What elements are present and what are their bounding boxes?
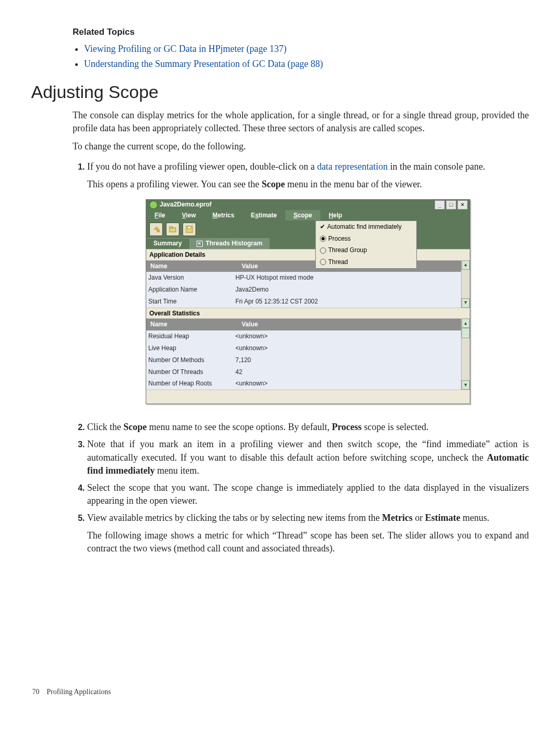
table-row: Live Heap<unknown>: [146, 342, 461, 354]
scope-dropdown: ✔Automatic find immediately Process Thre…: [315, 220, 417, 269]
related-topic-link-1: Viewing Profiling or GC Data in HPjmeter…: [84, 42, 529, 57]
toolbar: [146, 220, 470, 238]
scroll-down-icon[interactable]: ▼: [461, 298, 470, 308]
section-application-details: Application Details: [146, 249, 470, 260]
open-file-icon[interactable]: [166, 223, 179, 236]
scope-item-thread[interactable]: Thread: [316, 256, 416, 268]
menu-metrics[interactable]: Metrics: [204, 210, 243, 220]
scroll-down-icon[interactable]: ▼: [461, 380, 470, 390]
col-header-value: Value: [237, 260, 262, 272]
grid-header: Name Value: [146, 319, 461, 330]
application-details-grid: Java VersionHP-UX Hotspot mixed mode App…: [146, 272, 461, 307]
profiling-viewer-window: Java2Demo.eprof _ □ × File View Metrics: [146, 199, 470, 405]
step-1: If you do not have a profiling viewer op…: [87, 158, 529, 419]
scroll-up-icon[interactable]: ▲: [461, 260, 470, 270]
related-topic-link-2: Understanding the Summary Presentation o…: [84, 57, 529, 72]
page-footer: 70 Profiling Applications: [32, 687, 529, 697]
radio-selected-icon: [320, 236, 326, 242]
scrollbar-overall[interactable]: ▲ ▼: [461, 319, 470, 390]
step-1-sub: This opens a profiling viewer. You can s…: [87, 178, 529, 191]
menu-scope[interactable]: Scope: [285, 210, 320, 220]
col-header-value: Value: [237, 319, 262, 330]
step-3: Note that if you mark an item in a profi…: [87, 436, 529, 479]
step-2: Click the Scope menu name to see the sco…: [87, 419, 529, 436]
step-4: Select the scope that you want. The scop…: [87, 479, 529, 509]
svg-rect-3: [188, 226, 191, 229]
scroll-up-icon[interactable]: ▲: [461, 319, 470, 328]
col-header-name: Name: [146, 319, 237, 330]
table-row: Java VersionHP-UX Hotspot mixed mode: [146, 272, 461, 284]
table-row: Number Of Threads42: [146, 366, 461, 378]
overall-statistics-grid: Residual Heap<unknown> Live Heap<unknown…: [146, 330, 461, 390]
close-button[interactable]: ×: [457, 200, 468, 210]
minimize-button[interactable]: _: [435, 200, 445, 210]
link-viewing-profiling[interactable]: Viewing Profiling or GC Data in HPjmeter…: [84, 44, 287, 54]
scroll-thumb[interactable]: [461, 328, 470, 338]
status-bar: [146, 390, 470, 404]
scope-item-process[interactable]: Process: [316, 233, 416, 245]
step-5-sub: The following image shows a metric for w…: [87, 529, 529, 555]
scrollbar-app-details[interactable]: ▲ ▼: [461, 260, 470, 308]
intro-paragraph-1: The console can display metrics for the …: [73, 109, 529, 135]
col-header-name: Name: [146, 260, 237, 272]
checkmark-icon: ✔: [320, 223, 327, 231]
app-icon: [149, 201, 158, 209]
related-topics-list: Viewing Profiling or GC Data in HPjmeter…: [84, 42, 529, 72]
menu-help[interactable]: Help: [320, 210, 351, 220]
page-number: 70: [32, 688, 39, 696]
tab-summary[interactable]: Summary: [146, 238, 189, 249]
tab-threads-histogram[interactable]: ✕Threads Histogram: [189, 238, 270, 249]
radio-icon: [320, 259, 326, 265]
radio-icon: [320, 247, 326, 254]
window-titlebar[interactable]: Java2Demo.eprof _ □ ×: [146, 200, 470, 210]
menu-estimate[interactable]: Estimate: [243, 210, 285, 220]
table-row: Number of Heap Roots<unknown>: [146, 378, 461, 390]
link-data-representation[interactable]: data representation: [317, 161, 387, 172]
section-overall-statistics: Overall Statistics: [146, 308, 470, 319]
menu-file[interactable]: File: [146, 210, 174, 220]
back-icon[interactable]: [149, 223, 163, 236]
step-5: View available metrics by clicking the t…: [87, 509, 529, 562]
menu-view[interactable]: View: [174, 210, 204, 220]
tabs: Summary ✕Threads Histogram: [146, 238, 470, 249]
intro-paragraph-2: To change the current scope, do the foll…: [73, 140, 529, 153]
table-row: Number Of Methods7,120: [146, 354, 461, 366]
scope-item-auto-find[interactable]: ✔Automatic find immediately: [316, 221, 416, 233]
table-row: Residual Heap<unknown>: [146, 330, 461, 342]
footer-chapter: Profiling Applications: [47, 688, 111, 696]
maximize-button[interactable]: □: [446, 200, 456, 210]
svg-rect-1: [170, 227, 173, 228]
menubar: File View Metrics Estimate Scope Help: [146, 210, 470, 220]
link-understanding-summary[interactable]: Understanding the Summary Presentation o…: [84, 59, 323, 69]
save-icon[interactable]: [183, 223, 196, 236]
window-title: Java2Demo.eprof: [160, 200, 435, 209]
table-row: Application NameJava2Demo: [146, 284, 461, 296]
tab-close-icon[interactable]: ✕: [197, 241, 203, 247]
table-row: Start TimeFri Apr 05 12:35:12 CST 2002: [146, 296, 461, 308]
scope-item-thread-group[interactable]: Thread Group: [316, 244, 416, 256]
section-heading-adjusting-scope: Adjusting Scope: [31, 80, 529, 105]
related-topics-heading: Related Topics: [73, 26, 529, 38]
